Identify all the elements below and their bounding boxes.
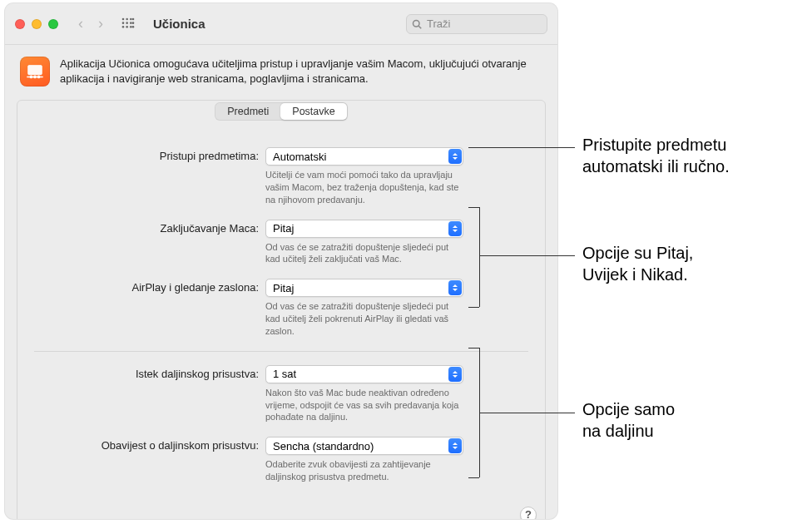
svg-point-5: [126, 22, 128, 24]
tab-postavke[interactable]: Postavke: [280, 103, 346, 120]
airplay-select[interactable]: Pitaj: [265, 279, 463, 297]
svg-point-19: [37, 76, 41, 79]
remote-timeout-desc: Nakon što vaš Mac bude neaktivan određen…: [265, 387, 463, 424]
callout-text: Pristupite predmetu: [582, 135, 730, 156]
remote-timeout-label: Istek daljinskog prisustva:: [34, 365, 265, 380]
svg-point-18: [33, 76, 37, 79]
chevrons-icon: [448, 149, 462, 164]
callout-remote: Opcije samo na daljinu: [582, 399, 675, 442]
svg-line-14: [418, 26, 421, 28]
nav-back-forward: ‹ ›: [78, 15, 103, 32]
svg-point-12: [132, 26, 135, 28]
chevrons-icon: [448, 367, 462, 382]
callout-ask: Opcije su Pitaj, Uvijek i Nikad.: [582, 243, 693, 285]
callout-leader: [479, 413, 575, 413]
callout-bracket: [479, 207, 480, 307]
callout-leader: [479, 255, 575, 256]
svg-point-7: [122, 26, 125, 28]
lock-mac-value: Pitaj: [273, 222, 294, 235]
svg-point-2: [130, 17, 132, 20]
airplay-desc: Od vas će se zatražiti dopuštenje sljede…: [265, 300, 463, 338]
svg-point-11: [132, 22, 135, 24]
tab-predmeti[interactable]: Predmeti: [215, 103, 280, 120]
svg-point-1: [126, 17, 128, 20]
callout-text: Uvijek i Nikad.: [582, 264, 693, 286]
lock-mac-select[interactable]: Pitaj: [265, 220, 463, 238]
airplay-label: AirPlay i gledanje zaslona:: [34, 279, 265, 294]
svg-point-13: [413, 20, 420, 27]
svg-point-9: [130, 26, 132, 28]
callout-leader: [468, 207, 479, 208]
lock-mac-label: Zaključavanje Maca:: [34, 220, 265, 235]
forward-button[interactable]: ›: [98, 15, 103, 32]
zoom-window-button[interactable]: [48, 19, 58, 29]
back-button[interactable]: ‹: [78, 15, 83, 32]
join-classes-select[interactable]: Automatski: [265, 147, 463, 166]
svg-point-17: [30, 76, 33, 79]
svg-point-8: [126, 26, 128, 28]
minimize-window-button[interactable]: [32, 19, 42, 29]
callout-text: Opcije samo: [582, 399, 675, 421]
remote-alert-select[interactable]: Sencha (standardno): [265, 437, 463, 455]
remote-alert-label: Obavijest o daljinskom prisustvu:: [34, 437, 265, 452]
remote-alert-value: Sencha (standardno): [273, 440, 374, 452]
titlebar: ‹ › Učionica Traži: [5, 3, 557, 45]
svg-point-0: [122, 17, 125, 20]
svg-rect-15: [28, 66, 42, 75]
callout-join: Pristupite predmetu automatski ili ručno…: [582, 135, 730, 177]
content-frame: Predmeti Postavke Pristupi predmetima: A…: [17, 100, 546, 519]
callout-leader: [468, 307, 479, 308]
svg-point-4: [122, 22, 125, 24]
header: Aplikacija Učionica omogućava učiteljima…: [5, 45, 557, 95]
search-icon: [412, 19, 422, 29]
svg-point-10: [132, 17, 135, 20]
show-all-icon[interactable]: [121, 17, 135, 31]
window-title: Učionica: [153, 17, 205, 31]
tab-switcher: Predmeti Postavke: [215, 102, 347, 121]
join-classes-label: Pristupi predmetima:: [34, 147, 265, 162]
search-placeholder: Traži: [427, 17, 450, 30]
remote-timeout-select[interactable]: 1 sat: [265, 365, 463, 383]
chevrons-icon: [448, 280, 462, 295]
help-icon: ?: [525, 508, 532, 519]
divider: [34, 351, 528, 352]
callout-text: Opcije su Pitaj,: [582, 243, 693, 264]
callout-leader: [468, 147, 575, 148]
search-field[interactable]: Traži: [406, 14, 547, 34]
svg-point-6: [130, 22, 132, 24]
help-button[interactable]: ?: [520, 507, 537, 519]
chevrons-icon: [448, 221, 462, 236]
close-window-button[interactable]: [15, 19, 25, 29]
preferences-window: ‹ › Učionica Traži: [5, 3, 557, 519]
app-icon: [20, 57, 50, 87]
callout-text: na daljinu: [582, 421, 675, 442]
join-classes-value: Automatski: [273, 151, 326, 163]
header-description: Aplikacija Učionica omogućava učiteljima…: [60, 57, 542, 86]
remote-timeout-value: 1 sat: [273, 368, 296, 380]
callout-leader: [468, 348, 479, 349]
window-controls: [15, 19, 58, 29]
airplay-value: Pitaj: [273, 282, 294, 294]
remote-alert-desc: Odaberite zvuk obavijesti za zahtijevanj…: [265, 458, 463, 483]
callout-leader: [468, 477, 479, 478]
form-area: Pristupi predmetima: Automatski Učitelji…: [17, 121, 545, 500]
lock-mac-desc: Od vas će se zatražiti dopuštenje sljede…: [265, 241, 463, 266]
callout-text: automatski ili ručno.: [582, 156, 730, 178]
join-classes-desc: Učitelji će vam moći pomoći tako da upra…: [265, 169, 463, 206]
chevrons-icon: [448, 438, 462, 453]
